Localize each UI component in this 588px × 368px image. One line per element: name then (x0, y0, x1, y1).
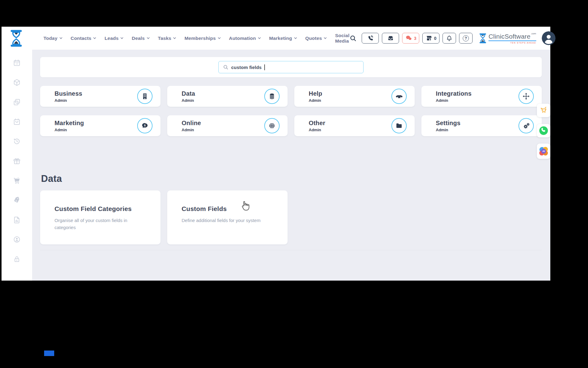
text-caret (264, 64, 265, 70)
category-title: Data (182, 90, 195, 97)
building-icon (137, 89, 153, 104)
chat-button[interactable]: 3 (402, 33, 419, 44)
section-divider (40, 250, 542, 250)
category-card-integrations[interactable]: Integrations Admin (421, 86, 542, 107)
comment-dollar-icon: $ (137, 118, 153, 133)
whatsapp-icon (539, 126, 548, 136)
category-card-other[interactable]: Other Admin (294, 115, 415, 136)
bookings-calendar-icon[interactable] (13, 118, 21, 126)
quick-whatsapp-button[interactable] (537, 124, 550, 137)
section-heading-data: Data (40, 173, 542, 184)
search-icon[interactable] (349, 35, 357, 42)
taskbar-fragment (44, 351, 54, 356)
cart-icon[interactable] (13, 177, 21, 185)
category-title: Settings (436, 120, 461, 127)
chevron-down-icon (120, 37, 123, 39)
help-button[interactable]: ? (459, 33, 473, 44)
folder-icon (391, 118, 407, 133)
card-title: Custom Field Categories (55, 205, 151, 213)
notifications-button[interactable] (443, 33, 456, 44)
quick-cart-button[interactable] (537, 104, 550, 117)
chevron-down-icon (218, 37, 221, 39)
nav-item-quotes[interactable]: Quotes (305, 36, 327, 41)
category-card-settings[interactable]: Settings Admin (421, 115, 542, 136)
card-custom-fields[interactable]: Custom Fields Define additional fields f… (167, 190, 288, 244)
store-icon (425, 35, 432, 42)
clinicsoftware-hourglass-logo[interactable] (9, 29, 23, 47)
nav-item-label: Contacts (71, 36, 92, 41)
nav-item-label: Automation (229, 36, 256, 41)
user-avatar[interactable] (542, 31, 556, 45)
calendar-icon[interactable]: 12 (13, 59, 21, 67)
category-title: Integrations (436, 90, 472, 97)
main-menu: Today Contacts Leads Deals Tasks Members… (43, 33, 349, 44)
card-description: Define additional fields for your system (182, 217, 273, 224)
nav-item-today[interactable]: Today (43, 36, 62, 41)
gears-icon (518, 118, 534, 133)
bell-icon (446, 35, 453, 42)
category-title: Online (182, 120, 201, 127)
database-icon (264, 89, 280, 104)
admin-search-input[interactable]: custom fields (218, 61, 364, 73)
nav-item-tasks[interactable]: Tasks (158, 36, 176, 41)
brand-underline (488, 40, 536, 41)
nav-item-label: Deals (132, 36, 145, 41)
history-icon[interactable] (13, 137, 21, 145)
category-card-help[interactable]: Help Admin (294, 86, 415, 107)
top-navbar: Today Contacts Leads Deals Tasks Members… (2, 27, 550, 50)
card-title: Custom Fields (182, 205, 278, 213)
gift-icon[interactable] (13, 157, 21, 165)
nav-item-contacts[interactable]: Contacts (71, 36, 96, 41)
category-subtitle: Admin (55, 128, 84, 132)
category-title: Other (309, 120, 325, 127)
brand-tld: .com (531, 32, 536, 35)
duplicate-copy-icon[interactable] (13, 98, 21, 106)
clinicsoftware-brand-logo[interactable]: ClinicSoftware .com TEN STEPS AHEAD (479, 33, 536, 44)
category-card-online[interactable]: Online Admin (167, 115, 288, 136)
brand-hourglass-icon (479, 33, 487, 44)
chevron-down-icon (324, 37, 327, 39)
main-content: custom fields Business Admin (32, 50, 550, 281)
quick-ai-assistant-button[interactable]: AI (537, 144, 550, 159)
chevron-down-icon (93, 37, 96, 39)
category-subtitle: Admin (55, 98, 82, 103)
category-grid: Business Admin (40, 86, 542, 136)
inbox-button[interactable] (382, 33, 399, 44)
phone-button[interactable] (362, 33, 379, 44)
nav-item-memberships[interactable]: Memberships (184, 36, 221, 41)
products-cube-icon[interactable] (13, 79, 21, 86)
category-subtitle: Admin (436, 128, 461, 132)
clients-user-circle-icon[interactable] (13, 236, 21, 243)
nav-item-label: Social Media (335, 33, 349, 44)
nav-item-label: Marketing (269, 36, 292, 41)
ai-assistant-icon: AI (538, 146, 549, 157)
chat-bubbles-icon (405, 35, 413, 42)
nav-item-social-media[interactable]: Social Media (335, 33, 349, 44)
nav-item-label: Leads (104, 36, 119, 41)
nav-item-label: Today (43, 36, 58, 41)
app-window: Today Contacts Leads Deals Tasks Members… (2, 27, 550, 281)
svg-text:$: $ (144, 124, 146, 127)
category-subtitle: Admin (436, 98, 472, 103)
category-title: Help (309, 90, 322, 97)
search-icon (223, 64, 228, 70)
handshake-icon (391, 89, 407, 104)
cart-icon (540, 106, 548, 114)
chat-count-badge: 3 (414, 36, 417, 41)
security-lock-icon[interactable] (13, 255, 21, 263)
category-card-business[interactable]: Business Admin (40, 86, 160, 107)
nav-item-label: Quotes (305, 36, 322, 41)
nav-item-leads[interactable]: Leads (104, 36, 123, 41)
price-tag-icon[interactable]: $ (13, 196, 21, 204)
card-custom-field-categories[interactable]: Custom Field Categories Organise all of … (40, 190, 160, 244)
reports-document-icon[interactable] (13, 216, 21, 224)
chevron-down-icon (173, 37, 176, 39)
brand-name: ClinicSoftware (488, 33, 530, 40)
nav-item-marketing[interactable]: Marketing (269, 36, 297, 41)
category-card-marketing[interactable]: Marketing Admin $ (40, 115, 160, 136)
store-button[interactable]: 0 (422, 33, 439, 44)
category-card-data[interactable]: Data Admin (167, 86, 288, 107)
move-arrows-icon (518, 89, 534, 104)
nav-item-deals[interactable]: Deals (132, 36, 149, 41)
nav-item-automation[interactable]: Automation (229, 36, 261, 41)
